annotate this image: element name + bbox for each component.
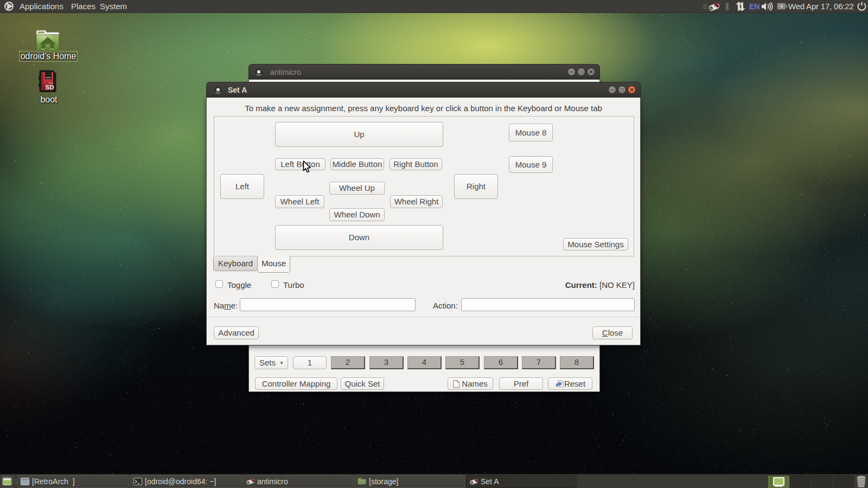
svg-text:SD: SD bbox=[46, 84, 54, 91]
